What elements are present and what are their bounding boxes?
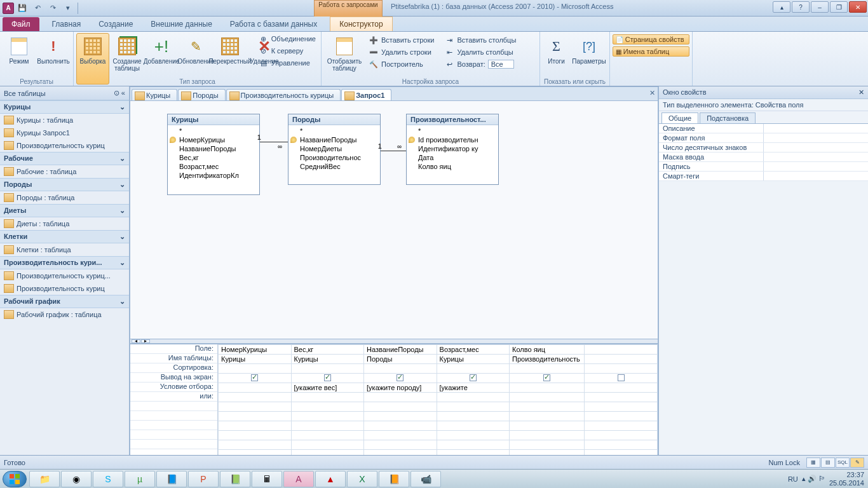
crosstab-button[interactable]: Перекрестный: [214, 33, 247, 85]
delete-rows[interactable]: ➖Удалить строки: [366, 46, 437, 58]
mdi-restore[interactable]: ❐: [830, 1, 848, 13]
propsheet-toggle[interactable]: 📄 Страница свойств: [613, 34, 689, 44]
return-combo[interactable]: ↩Возврат: Все: [442, 58, 519, 70]
taskbar-access[interactable]: A: [283, 471, 314, 487]
grid-cell[interactable]: [364, 364, 437, 374]
taskbar-pdf[interactable]: ▲: [315, 471, 346, 487]
prop-tab-lookup[interactable]: Подстановка: [700, 112, 756, 123]
grid-cell[interactable]: [585, 364, 658, 374]
grid-cell[interactable]: [291, 393, 364, 402]
file-tab[interactable]: Файл: [3, 17, 39, 31]
nav-item[interactable]: Диеты : таблица: [0, 217, 129, 230]
totals-button[interactable]: ΣИтоги: [543, 33, 570, 85]
nav-item[interactable]: Курицы Запрос1: [0, 126, 129, 139]
table-field[interactable]: СреднийВес: [288, 162, 380, 171]
mdi-close[interactable]: ✕: [849, 1, 867, 13]
showtable-button[interactable]: Отобразить таблицу: [324, 33, 365, 85]
prop-tab-general[interactable]: Общие: [661, 112, 698, 123]
nav-group-header[interactable]: Диеты⌄: [0, 204, 129, 217]
insert-rows[interactable]: ➕Вставить строки: [366, 34, 437, 46]
tab-design[interactable]: Конструктор: [330, 17, 392, 31]
table-kuritsy[interactable]: Курицы *НомерКурицыНазваниеПородыВес,кгВ…: [167, 114, 260, 195]
propsheet-close-icon[interactable]: ✕: [858, 88, 864, 97]
view-button[interactable]: Режим: [3, 33, 36, 85]
table-field[interactable]: Id производительн: [407, 135, 498, 144]
grid-cell[interactable]: [укажите вес]: [291, 383, 364, 393]
grid-cell[interactable]: [585, 393, 658, 402]
update-button[interactable]: ✎Обновление: [179, 33, 212, 85]
qat-redo[interactable]: ↷: [46, 2, 60, 15]
grid-cell[interactable]: [291, 374, 364, 383]
taskbar-app3[interactable]: 📙: [379, 471, 409, 487]
params-button[interactable]: [?]Параметры: [571, 33, 607, 85]
prop-value[interactable]: [764, 133, 868, 142]
grid-cell[interactable]: [510, 364, 585, 374]
prop-value[interactable]: [764, 143, 868, 152]
tray-lang[interactable]: RU: [788, 475, 798, 483]
table-field[interactable]: НазваниеПороды: [168, 144, 259, 153]
grid-cell[interactable]: [364, 393, 437, 402]
qat-save[interactable]: 💾: [15, 2, 29, 15]
view-switcher[interactable]: ▦▤SQL✎: [806, 458, 864, 468]
tray-icons[interactable]: ▴ 🔊 🏳: [802, 475, 825, 483]
nav-item[interactable]: Производительность куриц: [0, 282, 129, 295]
table-field[interactable]: Идентификатор ку: [407, 144, 498, 153]
prop-value[interactable]: [764, 152, 868, 161]
grid-cell[interactable]: [585, 345, 658, 355]
table-field[interactable]: Колво яиц: [407, 162, 498, 171]
maketable-button[interactable]: Создание таблицы: [111, 33, 144, 85]
nav-item[interactable]: Рабочий график : таблица: [0, 308, 129, 321]
grid-cell[interactable]: [437, 364, 510, 374]
object-tab[interactable]: Производительность курицы: [226, 89, 341, 100]
qat-more[interactable]: ▾: [61, 2, 75, 15]
help-button[interactable]: ?: [792, 1, 810, 13]
grid-cell[interactable]: [364, 374, 437, 383]
delete-cols[interactable]: ⇤Удалить столбцы: [442, 46, 519, 58]
taskbar-explorer[interactable]: 📁: [29, 471, 60, 487]
grid-cell[interactable]: [585, 383, 658, 393]
table-field[interactable]: Возраст,мес: [168, 162, 259, 171]
table-proizvod[interactable]: Производительност... *Id производительнИ…: [406, 114, 499, 185]
grid-cell[interactable]: НомерКурицы: [219, 345, 292, 355]
grid-cell[interactable]: [219, 364, 292, 374]
query-grid[interactable]: Поле:Имя таблицы:Сортировка:Вывод на экр…: [130, 344, 658, 471]
taskbar-calc[interactable]: 🖩: [252, 471, 282, 487]
grid-cell[interactable]: Породы: [364, 355, 437, 364]
nav-group-header[interactable]: Породы⌄: [0, 178, 129, 191]
tab-database[interactable]: Работа с базами данных: [221, 17, 326, 31]
insert-cols[interactable]: ⇥Вставить столбцы: [442, 34, 519, 46]
grid-cell[interactable]: Курицы: [219, 355, 292, 364]
grid-cell[interactable]: [585, 374, 658, 383]
ddl-button[interactable]: ▤Управление: [256, 57, 318, 69]
grid-cell[interactable]: [219, 393, 292, 402]
prop-value[interactable]: [764, 162, 868, 171]
taskbar-skype[interactable]: S: [93, 471, 123, 487]
table-field[interactable]: *: [288, 126, 380, 135]
nav-group-header[interactable]: Рабочий график⌄: [0, 295, 129, 308]
table-field[interactable]: *: [168, 126, 259, 135]
nav-item[interactable]: Рабочие : таблица: [0, 165, 129, 178]
passthrough-button[interactable]: ⊘К серверу: [256, 45, 318, 57]
object-tab[interactable]: Запрос1: [341, 89, 391, 100]
tray-clock[interactable]: 23:3725.05.2014: [829, 471, 864, 486]
union-button[interactable]: ⊕Объединение: [256, 33, 318, 44]
taskbar-camera[interactable]: 📹: [410, 471, 441, 487]
nav-item[interactable]: Производительность куриц: [0, 139, 129, 152]
grid-cell[interactable]: НазваниеПороды: [364, 345, 437, 355]
nav-item[interactable]: Породы : таблица: [0, 191, 129, 204]
tablenames-toggle[interactable]: ▦ Имена таблиц: [613, 46, 689, 57]
table-field[interactable]: Дата: [407, 153, 498, 162]
taskbar-powerpoint[interactable]: P: [188, 471, 219, 487]
table-field[interactable]: НомерКурицы: [168, 135, 259, 144]
grid-cell[interactable]: [585, 355, 658, 364]
prop-value[interactable]: [764, 172, 868, 180]
nav-item[interactable]: Клетки : таблица: [0, 243, 129, 256]
nav-title[interactable]: Все таблицы⊙ «: [0, 86, 129, 100]
mdi-minimize[interactable]: –: [811, 1, 829, 13]
table-field[interactable]: Вес,кг: [168, 153, 259, 162]
tab-external[interactable]: Внешние данные: [142, 17, 221, 31]
nav-item[interactable]: Производительность куриц...: [0, 269, 129, 282]
grid-cell[interactable]: Вес,кг: [291, 345, 364, 355]
tab-create[interactable]: Создание: [90, 17, 142, 31]
nav-item[interactable]: Курицы : таблица: [0, 114, 129, 126]
